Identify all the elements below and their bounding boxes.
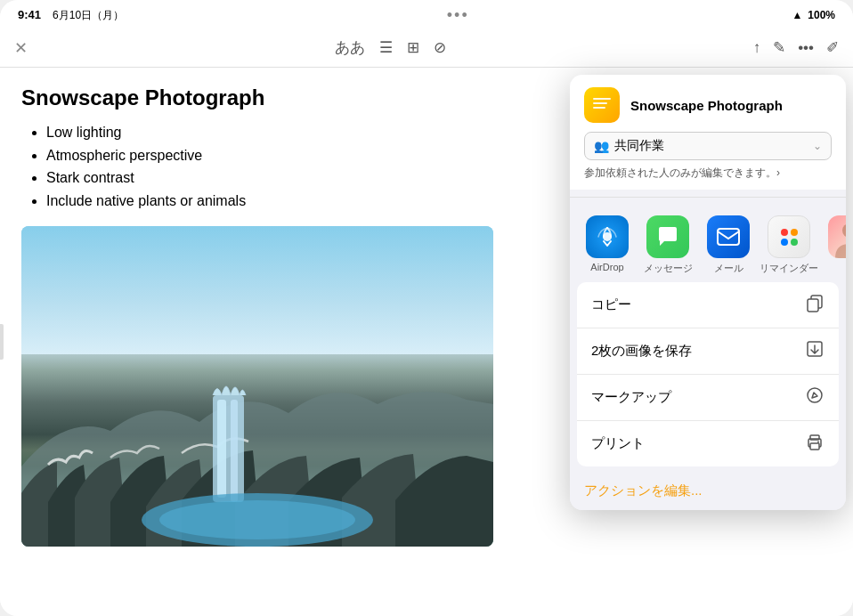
- svg-point-11: [808, 388, 822, 402]
- table-icon[interactable]: ⊞: [407, 38, 419, 57]
- collaboration-row[interactable]: 👥 共同作業 ⌄: [584, 132, 832, 160]
- action-list: コピー 2枚の画像を保存: [577, 282, 839, 466]
- more-app-icon: [828, 215, 846, 258]
- toolbar-right: ↑ ✎ ••• ✐: [753, 38, 839, 57]
- attachment-icon[interactable]: ⊘: [434, 38, 446, 57]
- side-indicator: [0, 324, 4, 360]
- svg-rect-2: [231, 400, 238, 502]
- toolbar-left: ✕: [14, 38, 28, 58]
- reminders-icon: [768, 215, 810, 258]
- save-images-icon: [805, 339, 825, 363]
- reminders-label: リマインダー: [760, 262, 818, 275]
- permission-text: 参加依頼された人のみが編集できます。›: [584, 166, 832, 181]
- action-save-images[interactable]: 2枚の画像を保存: [577, 328, 839, 375]
- action-copy[interactable]: コピー: [577, 282, 839, 328]
- status-time: 9:41 6月10日（月）: [18, 7, 124, 23]
- mail-label: メール: [714, 262, 743, 275]
- messages-label: メッセージ: [644, 262, 693, 275]
- svg-rect-1: [217, 400, 226, 498]
- svg-rect-13: [810, 443, 819, 450]
- print-icon: [805, 432, 825, 456]
- wifi-icon: ▲: [792, 9, 802, 21]
- edit-actions-link[interactable]: アクションを編集...: [570, 474, 846, 510]
- more-icon[interactable]: •••: [798, 39, 814, 57]
- app-item-reminders[interactable]: リマインダー: [759, 215, 819, 275]
- markup-label: マークアップ: [591, 389, 671, 406]
- share-header: Snowscape Photograph 👥 共同作業 ⌄ 参加依頼された人のみ…: [570, 75, 846, 190]
- toolbar: ✕ ああ ☰ ⊞ ⊘ ↑ ✎ ••• ✐: [0, 28, 853, 68]
- action-print[interactable]: プリント: [577, 421, 839, 466]
- share-icon[interactable]: ↑: [753, 39, 761, 57]
- mail-icon: [707, 215, 750, 258]
- collaboration-label: 👥 共同作業: [594, 138, 664, 154]
- battery-icon: 100%: [808, 9, 835, 21]
- text-format-icon[interactable]: ああ: [335, 37, 365, 58]
- print-label: プリント: [591, 435, 645, 452]
- svg-point-15: [817, 442, 819, 443]
- svg-rect-6: [718, 229, 739, 245]
- airdrop-label: AirDrop: [590, 262, 623, 272]
- svg-point-4: [159, 500, 355, 539]
- status-center-dots: •••: [447, 6, 469, 25]
- share-note-title: Snowscape Photograph: [630, 98, 783, 113]
- app-item-messages[interactable]: メッセージ: [638, 215, 698, 275]
- copy-icon: [805, 293, 825, 317]
- ipad-frame: 9:41 6月10日（月） ••• ▲ 100% ✕ ああ ☰ ⊞ ⊘ ↑ ✎ …: [0, 0, 853, 616]
- note-image: [21, 226, 493, 547]
- chevron-icon: ⌄: [813, 140, 822, 152]
- content-area: Snowscape Photograph Low lighting Atmosp…: [0, 68, 853, 616]
- new-note-icon[interactable]: ✐: [826, 38, 839, 57]
- back-icon[interactable]: ✕: [14, 38, 28, 58]
- action-markup[interactable]: マークアップ: [577, 375, 839, 421]
- divider-1: [570, 197, 846, 198]
- app-item-airdrop[interactable]: AirDrop: [577, 215, 638, 275]
- list-icon[interactable]: ☰: [379, 38, 393, 57]
- status-right: ▲ 100%: [792, 9, 835, 21]
- toolbar-center: ああ ☰ ⊞ ⊘: [335, 37, 446, 58]
- airdrop-icon: [586, 215, 629, 258]
- markup-icon[interactable]: ✎: [773, 38, 785, 57]
- share-panel: Snowscape Photograph 👥 共同作業 ⌄ 参加依頼された人のみ…: [570, 75, 846, 510]
- messages-icon: [646, 215, 689, 258]
- svg-rect-14: [810, 435, 819, 440]
- markup-pen-icon: [805, 385, 825, 409]
- people-icon: 👥: [594, 139, 609, 153]
- status-bar: 9:41 6月10日（月） ••• ▲ 100%: [0, 0, 853, 28]
- svg-rect-9: [808, 299, 818, 312]
- note-app-icon: [584, 87, 620, 123]
- save-images-label: 2枚の画像を保存: [591, 343, 692, 360]
- copy-label: コピー: [591, 296, 631, 313]
- share-header-top: Snowscape Photograph: [584, 87, 832, 123]
- more-app-label: フ: [845, 262, 847, 275]
- svg-point-7: [842, 223, 846, 238]
- apps-row: AirDrop メッセージ: [570, 205, 846, 282]
- app-item-mail[interactable]: メール: [698, 215, 759, 275]
- app-item-more[interactable]: フ: [819, 215, 846, 275]
